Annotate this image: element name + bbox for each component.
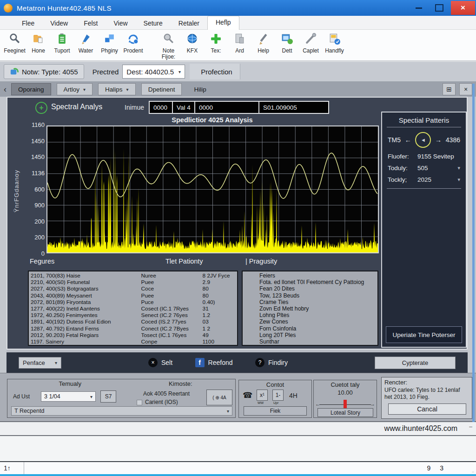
menu-item-view[interactable]: View — [106, 17, 135, 29]
reefond-button[interactable]: f Reefond — [195, 358, 233, 367]
cypterate-button[interactable]: Cypterate — [375, 357, 456, 369]
menu-item-felst[interactable]: Felst — [76, 17, 106, 29]
tab-hilip[interactable]: Hilip — [187, 84, 212, 95]
list-item[interactable]: Zovn Ed Mett hobry — [259, 305, 376, 312]
minimize-button[interactable] — [410, 2, 428, 13]
list-item[interactable]: Forn Csinfonla — [259, 325, 376, 332]
temualy-select[interactable]: 3 1/04 ▾ — [41, 391, 96, 402]
close-tab-button[interactable]: × — [459, 83, 472, 95]
website-url[interactable]: www.ihunter4025.com — [384, 424, 457, 433]
dest-select[interactable]: Dest: 404020.5 ▾ — [122, 65, 185, 79]
list-item[interactable]: Sunthar — [259, 338, 376, 345]
status-home-icon[interactable]: 1↑ — [0, 462, 24, 474]
menu-bar: FleeVidewFelstViewSetureRetalerHeflp — [0, 16, 476, 30]
phone-icon[interactable]: ☎ — [243, 390, 252, 400]
menu-item-heflp[interactable]: Heflp — [207, 16, 239, 30]
toolbar-tex[interactable]: Tex: — [204, 32, 228, 60]
list-item[interactable]: Feiers — [259, 272, 376, 279]
arrow-left-icon[interactable]: ← — [405, 136, 411, 144]
x1-button[interactable]: x¹ — [257, 390, 268, 401]
tab-dpetinent[interactable]: Dpetinent — [141, 83, 182, 95]
selt-button[interactable]: × Selt — [148, 358, 172, 367]
table-row[interactable]: 2012, 90.203) Fetal RegiarsTosect (IC.1 … — [31, 332, 235, 338]
profection-button[interactable]: Profection — [190, 64, 240, 79]
toduly-select[interactable]: Toduly: 505 ▾ — [382, 162, 466, 174]
toolbar-note-fijoe[interactable]: Note Fijoe: — [157, 32, 180, 60]
arrow-right-icon[interactable]: → — [435, 136, 442, 144]
table-row[interactable]: 1277, 400(22) Inetd AantensCosect (IC.1 … — [31, 305, 235, 312]
menu-item-videw[interactable]: Videw — [42, 17, 76, 29]
list-item[interactable]: Lohng Pltes — [259, 312, 376, 318]
table-row[interactable]: 2210, 400(S0) FetunetalPuee2.9 — [31, 279, 235, 285]
loteal-story-button[interactable]: Loteal Story — [317, 408, 373, 417]
list-item[interactable]: Long 20T Ples — [259, 332, 376, 338]
toolbar-phginy[interactable]: Phginy — [98, 32, 121, 54]
carient-checkbox[interactable] — [137, 400, 142, 405]
notw-type-button[interactable]: Notw: Typte: 4055 — [4, 64, 84, 79]
uperiate-button[interactable]: Uperiate Tine Poterser — [386, 326, 462, 343]
table-row[interactable]: 1972, 40.250) FenimyentesSenect (IC.2 76… — [31, 312, 235, 318]
penface-dropdown[interactable]: Penface ▾ — [19, 357, 61, 369]
recpentd-dropdown[interactable]: T Recpentd ▾ — [11, 406, 232, 416]
tab-strip: ‹ OporaingArtloy▾Halips▾DpetinentHilip ⊞… — [0, 82, 476, 97]
toolbar-tuport[interactable]: Tuport — [50, 32, 74, 54]
toolbar-handfly[interactable]: Handfly — [323, 32, 346, 60]
stamp-button[interactable]: ( ⊕ 4A — [206, 390, 232, 405]
toolbar-feeginet[interactable]: Feeginet — [3, 32, 26, 54]
reefond-label: Reefond — [208, 359, 233, 366]
selt-label: Selt — [161, 359, 172, 366]
reertant-text: Aok 4005 Reertant — [143, 390, 190, 397]
slider-handle[interactable] — [344, 400, 347, 408]
plus-icon — [210, 33, 222, 47]
maximize-button[interactable] — [430, 2, 448, 13]
table-cell: 03 — [203, 318, 235, 325]
table-row[interactable]: 2027, 400(S3) BotgragatarsCoce80 — [31, 285, 235, 292]
one-button[interactable]: 1- — [272, 390, 284, 401]
grid-view-button[interactable]: ⊞ — [443, 83, 456, 95]
toolbar-water[interactable]: Water — [74, 32, 98, 54]
tockly-label: Tockly; — [388, 176, 415, 183]
list-item[interactable]: Fota. ed llonet T0l Feetoment Cy Pattoio… — [259, 279, 376, 285]
s7-button[interactable]: S7 — [100, 390, 116, 403]
menu-item-retaler[interactable]: Retaler — [171, 17, 207, 29]
toolbar-ard[interactable]: Ard — [228, 32, 251, 60]
list-item[interactable]: Crame Ties — [259, 299, 376, 305]
toolbar-help[interactable]: Help — [251, 32, 275, 60]
toolbar-prodent[interactable]: Prodent — [121, 32, 145, 54]
close-button[interactable]: × — [451, 1, 475, 15]
menu-item-seture[interactable]: Seture — [136, 17, 171, 29]
table-row[interactable]: 1891, 40(192) Dutess Fcal EdionCoced (IS… — [31, 318, 235, 325]
chart-title: Spedlictior 4025 Analysis — [46, 116, 378, 124]
findiry-button[interactable]: ? Findiry — [255, 358, 288, 367]
table-row[interactable]: 1287, 40.792) Entand FernsConect (IC.2 7… — [31, 325, 235, 332]
list-item[interactable]: Fean 20 Dites — [259, 285, 376, 292]
speaker-icon[interactable]: ◄ — [415, 132, 431, 148]
toolbar-label: Help — [258, 48, 269, 54]
tab-artloy[interactable]: Artloy▾ — [57, 83, 93, 95]
refresh-icon — [127, 33, 139, 47]
table-row[interactable]: 2043, 400(89) MeysanertPuee80 — [31, 292, 235, 299]
toolbar-hone[interactable]: Hone — [26, 32, 50, 54]
table-row[interactable]: 2101, 700(83) HaiseNuree8 2JV Fyce — [31, 272, 235, 279]
pragusity-list[interactable]: FeiersFota. ed llonet T0l Feetoment Cy P… — [242, 271, 378, 346]
fiek-button[interactable]: Fiek — [244, 406, 307, 416]
results-table[interactable]: 2101, 700(83) HaiseNuree8 2JV Fyce2210, … — [28, 271, 238, 346]
back-arrow-icon[interactable]: ‹ — [4, 85, 7, 94]
toolbar-kfx[interactable]: KFX — [180, 32, 204, 60]
menu-item-flee[interactable]: Flee — [14, 17, 42, 29]
y-tick: 1136 — [32, 170, 45, 176]
tab-halips[interactable]: Halips▾ — [98, 83, 136, 95]
table-row[interactable]: 2072, 801(89) FiryontataPuce0.40) — [31, 299, 235, 305]
slider-left-arrow-icon[interactable]: ← — [315, 401, 320, 407]
cancal-button[interactable]: Cancal — [388, 403, 466, 415]
list-item[interactable]: Zew Cones — [259, 318, 376, 325]
toolbar-caplet[interactable]: Caplet — [299, 32, 323, 60]
tab-oporaing[interactable]: Oporaing — [11, 83, 51, 95]
tockly-select[interactable]: Tockly; 2025 ▾ — [382, 174, 466, 185]
table-cell: 8 2JV Fyce — [203, 272, 235, 279]
list-item[interactable]: Tow, 123 Beuds — [259, 292, 376, 299]
toolbar-label: Hone — [32, 48, 45, 54]
toolbar-dett[interactable]: Dett — [275, 32, 299, 60]
slider-right-arrow-icon[interactable]: → — [370, 401, 375, 407]
table-row[interactable]: 1197. SaineryConpe1100 — [31, 338, 235, 345]
